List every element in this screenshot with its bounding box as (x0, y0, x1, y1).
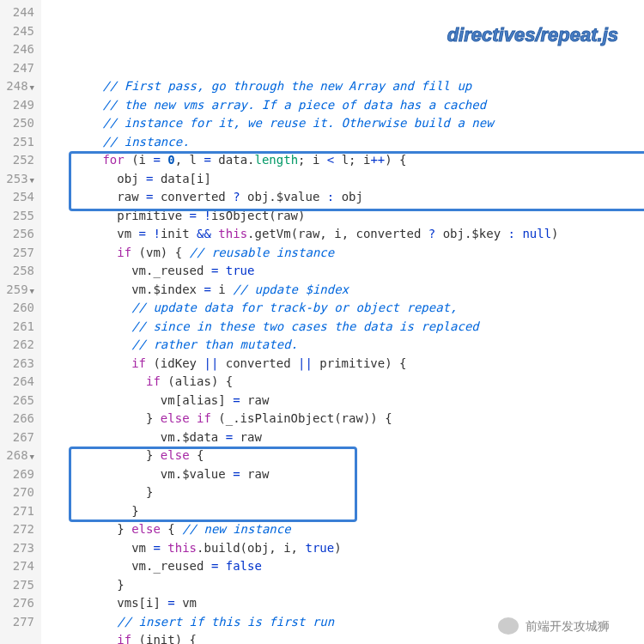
line-number: 252 (5, 151, 34, 170)
line-number: 246 (5, 40, 34, 59)
line-number: 245 (5, 22, 34, 41)
line-number: 253 (5, 170, 34, 189)
code-line: for (i = 0, l = data.length; i < l; i++)… (45, 151, 644, 170)
line-number: 277 (5, 613, 34, 632)
wechat-text: 前端开发攻城狮 (526, 617, 610, 636)
line-number: 271 (5, 502, 34, 521)
code-line: } (45, 483, 644, 502)
file-path-label: directives/repeat.js (447, 26, 618, 45)
code-line: vm.$data = raw (45, 428, 644, 447)
code-line: vm[alias] = raw (45, 392, 644, 410)
line-number: 267 (5, 428, 34, 447)
code-line: } (45, 502, 644, 521)
code-line: vm = !init && this.getVm(raw, i, convert… (45, 225, 644, 244)
line-number: 275 (5, 576, 34, 595)
code-line: obj = data[i] (45, 170, 644, 189)
code-line: // instance for it, we reuse it. Otherwi… (45, 114, 644, 133)
code-area: // First pass, go through the new Array … (41, 0, 644, 644)
line-number: 251 (5, 133, 34, 152)
line-number: 264 (5, 373, 34, 392)
code-line: } else if (_.isPlainObject(raw)) { (45, 410, 644, 428)
wechat-icon (498, 617, 519, 635)
code-line: } else { // new instance (45, 520, 644, 539)
line-number: 259 (5, 281, 34, 300)
code-line: vm.$index = i // update $index (45, 281, 644, 300)
code-line: // update data for track-by or object re… (45, 299, 644, 318)
code-line: vms[i] = vm (45, 594, 644, 613)
code-line: // the new vms array. If a piece of data… (45, 96, 644, 115)
code-line: vm.$value = raw (45, 465, 644, 484)
wechat-badge: 前端开发攻城狮 (498, 617, 610, 636)
line-number-gutter: 2442452462472482492502512522532542552562… (0, 0, 41, 644)
code-editor: 2442452462472482492502512522532542552562… (0, 0, 644, 644)
line-number: 250 (5, 114, 34, 133)
line-number: 266 (5, 410, 34, 428)
code-line: // instance. (45, 133, 644, 152)
code-line: if (idKey || converted || primitive) { (45, 355, 644, 374)
code-line: vm._reused = true (45, 262, 644, 281)
line-number: 272 (5, 520, 34, 539)
line-number: 256 (5, 225, 34, 244)
line-number: 276 (5, 594, 34, 613)
code-line: } (45, 576, 644, 595)
code-line: primitive = !isObject(raw) (45, 207, 644, 226)
line-number: 257 (5, 244, 34, 263)
line-number: 274 (5, 557, 34, 576)
line-number: 248 (5, 77, 34, 96)
line-number: 255 (5, 207, 34, 226)
line-number: 270 (5, 483, 34, 502)
code-line: if (alias) { (45, 373, 644, 392)
line-number: 265 (5, 392, 34, 410)
line-number: 262 (5, 336, 34, 355)
code-line: } else { (45, 447, 644, 465)
code-line: raw = converted ? obj.$value : obj (45, 188, 644, 207)
code-line: vm = this.build(obj, i, true) (45, 539, 644, 558)
code-line: // rather than mutated. (45, 336, 644, 355)
line-number: 269 (5, 465, 34, 484)
line-number: 261 (5, 318, 34, 337)
line-number: 273 (5, 539, 34, 558)
code-line: vm._reused = false (45, 557, 644, 576)
line-number: 260 (5, 299, 34, 318)
line-number: 244 (5, 3, 34, 22)
code-line: if (vm) { // reusable instance (45, 244, 644, 263)
line-number: 249 (5, 96, 34, 115)
code-line: // First pass, go through the new Array … (45, 77, 644, 96)
line-number: 258 (5, 262, 34, 281)
line-number: 263 (5, 355, 34, 374)
line-number: 254 (5, 188, 34, 207)
line-number: 247 (5, 59, 34, 78)
code-line: // since in these two cases the data is … (45, 318, 644, 337)
line-number: 268 (5, 447, 34, 465)
